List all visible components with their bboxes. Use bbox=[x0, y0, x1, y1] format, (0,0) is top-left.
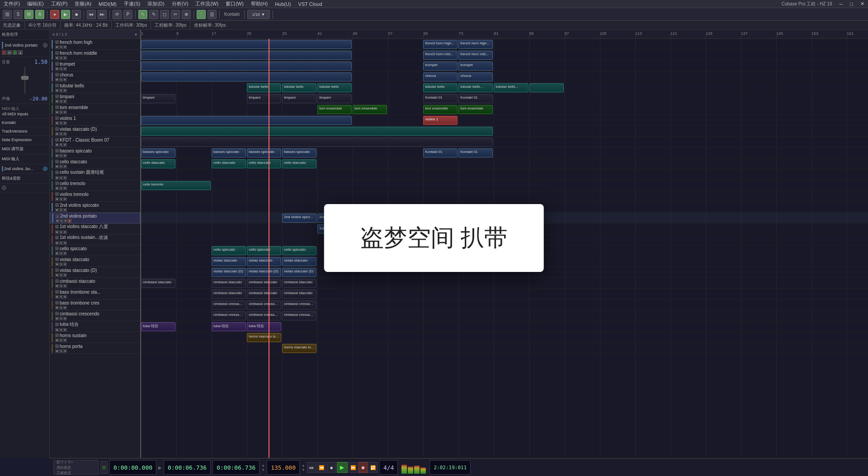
track-row[interactable]: tubular bellstubular bellstubular bellst… bbox=[141, 82, 868, 93]
clip[interactable]: french horn mid... bbox=[458, 51, 493, 60]
clip[interactable]: tubular bells bbox=[247, 83, 281, 92]
track-item[interactable]: ♪ french horn middle M S R bbox=[50, 50, 140, 61]
toolbar-btn-punch[interactable]: P bbox=[123, 10, 132, 19]
menu-item-window[interactable]: 窗口(W) bbox=[224, 0, 245, 7]
track-item[interactable]: ♪ tubular bells M S R bbox=[50, 82, 140, 93]
volume-fader-knob[interactable] bbox=[21, 76, 28, 80]
clip[interactable]: cello spiccato bbox=[212, 246, 246, 255]
track-row[interactable] bbox=[141, 126, 868, 137]
clip[interactable]: violas staccato bbox=[282, 257, 316, 266]
transport-next-btn[interactable]: ⏩ bbox=[349, 462, 358, 473]
track-solo-btn[interactable]: S bbox=[59, 284, 63, 288]
clip[interactable]: violas staccato (D) bbox=[212, 268, 246, 277]
clip[interactable] bbox=[141, 127, 493, 136]
transport-play-btn[interactable]: ▶ bbox=[337, 462, 348, 473]
toolbar-btn-rewind[interactable]: ⏮ bbox=[87, 10, 96, 19]
track-mute-btn[interactable]: M bbox=[55, 154, 59, 157]
track-record-btn[interactable]: R bbox=[63, 89, 67, 92]
track-mute-btn[interactable]: M bbox=[55, 89, 59, 92]
clip[interactable]: cimbassi cressando bbox=[247, 311, 281, 320]
clip[interactable]: cimbassi staccato bbox=[141, 279, 175, 288]
track-row[interactable]: cello tremolo bbox=[141, 180, 868, 191]
transport-rewind-btn[interactable]: ⏮ bbox=[307, 462, 316, 473]
clip[interactable]: tuba 结合 bbox=[212, 322, 246, 331]
clip[interactable]: cimbassi staccato bbox=[282, 290, 316, 299]
clip[interactable]: cello tremolo bbox=[141, 181, 211, 190]
track-mute-btn[interactable]: M bbox=[55, 208, 59, 212]
track-item[interactable]: ♪ horns porta M S R bbox=[50, 343, 140, 354]
track-mute-btn[interactable]: M bbox=[55, 56, 59, 60]
toolbar-btn-cursor[interactable]: ↖ bbox=[138, 10, 147, 19]
track-record-btn[interactable]: R bbox=[63, 121, 67, 125]
track-solo-btn[interactable]: S bbox=[59, 100, 63, 103]
track-row[interactable] bbox=[141, 191, 868, 202]
transport-time-sig[interactable]: 4/4 bbox=[379, 460, 398, 475]
track-solo-btn[interactable]: S bbox=[59, 143, 63, 147]
track-record-btn[interactable]: R bbox=[63, 306, 67, 309]
track-solo-btn[interactable]: S bbox=[59, 241, 63, 245]
clip[interactable]: cimbassi cressando bbox=[212, 300, 246, 309]
clip[interactable]: cello staccato bbox=[212, 159, 246, 168]
menu-item-midi[interactable]: MIDI(M) bbox=[97, 1, 118, 7]
track-mute-btn[interactable]: M bbox=[55, 186, 59, 190]
track-record-btn[interactable]: R bbox=[63, 273, 67, 277]
clip[interactable]: timpani bbox=[141, 94, 175, 103]
track-row[interactable]: timpanitimpanitimpanitimpaniKontakt 01Ko… bbox=[141, 93, 868, 104]
track-mute-btn[interactable]: M bbox=[55, 273, 59, 277]
toolbar-btn-loop[interactable]: ⟳ bbox=[113, 10, 122, 19]
clip[interactable]: cimbassi staccato bbox=[282, 279, 316, 288]
track-solo-btn[interactable]: S bbox=[59, 165, 63, 168]
inspector-midi-input2[interactable]: MIDI 输入 bbox=[0, 154, 49, 164]
track-row[interactable]: cimbassi cressandocimbassi cressandocimb… bbox=[141, 310, 868, 321]
track-solo-btn[interactable]: S bbox=[59, 349, 63, 353]
clip[interactable]: trumpet bbox=[423, 62, 458, 71]
clip[interactable]: Kontakt 01 bbox=[423, 148, 458, 157]
toolbar-btn-mix[interactable]: 混 bbox=[3, 10, 12, 19]
track-item[interactable]: ♪ violas staccato (D) M S R bbox=[50, 267, 140, 278]
timeline-ruler[interactable]: 1917253341495765738189971051131211291371… bbox=[141, 30, 868, 39]
track-solo-btn[interactable]: S bbox=[59, 78, 63, 81]
track-record-btn[interactable]: R bbox=[63, 132, 67, 136]
clip[interactable]: tuba 结合 bbox=[247, 322, 281, 331]
track-solo-btn[interactable]: S bbox=[59, 132, 63, 136]
minimize-btn[interactable]: ─ bbox=[838, 1, 845, 7]
clip[interactable]: violins 1 bbox=[423, 116, 458, 125]
clip[interactable]: basses spiccato bbox=[141, 148, 175, 157]
track-record-btn[interactable]: R bbox=[63, 165, 67, 168]
track-record-btn[interactable]: R bbox=[63, 45, 67, 49]
clip[interactable]: basses spiccato bbox=[282, 148, 316, 157]
clip[interactable]: tubular bells bbox=[317, 83, 352, 92]
transport-bpm-down[interactable]: ▼ bbox=[302, 468, 305, 472]
clip[interactable]: trumpet bbox=[458, 62, 493, 71]
inspector-midi-input[interactable]: MIDI 输入 All MIDI Inputs bbox=[0, 104, 49, 119]
clip[interactable]: cimbassi cressando bbox=[247, 300, 281, 309]
track-record-btn[interactable]: R bbox=[63, 186, 67, 190]
track-item[interactable]: ♪ tom ensemble M S R bbox=[50, 104, 140, 115]
transport-bpm[interactable]: 135.000 bbox=[267, 460, 300, 475]
clip[interactable]: tubular bells... bbox=[458, 83, 493, 92]
clip[interactable] bbox=[529, 83, 564, 92]
track-item[interactable]: ♪ cello spiccato M S R bbox=[50, 245, 140, 256]
clip[interactable]: chorus bbox=[423, 72, 458, 81]
clip[interactable]: cimbassi cressando bbox=[282, 311, 316, 320]
track-item[interactable]: ♪ violins 1 M S R bbox=[50, 115, 140, 126]
track-item[interactable]: ♪ french horn high M S R bbox=[50, 39, 140, 50]
clip[interactable]: chorus bbox=[458, 72, 493, 81]
toolbar-btn-stop[interactable]: ■ bbox=[72, 10, 81, 19]
track-mute-btn[interactable]: M bbox=[55, 252, 59, 255]
toolbar-btn-grid[interactable]: ||| bbox=[208, 10, 217, 19]
track-row[interactable]: cimbassi staccatocimbassi staccatocimbas… bbox=[141, 289, 868, 300]
inspector-mute-btn[interactable]: M bbox=[7, 50, 12, 55]
inspector-chord[interactable]: 和弦&音阶 bbox=[0, 174, 49, 184]
clip[interactable]: 2nd violins spiccato bbox=[282, 214, 316, 223]
clip[interactable]: cimbassi cressando bbox=[282, 300, 316, 309]
clip[interactable]: basses spiccato bbox=[212, 148, 246, 157]
track-solo-btn[interactable]: S bbox=[59, 45, 63, 49]
clip[interactable]: Kontakt 01 bbox=[458, 94, 493, 103]
track-record-btn[interactable]: R bbox=[63, 100, 67, 103]
menu-item-add[interactable]: 添加(D) bbox=[146, 0, 166, 7]
clip[interactable]: basses spiccato bbox=[247, 148, 281, 157]
track-record-btn[interactable]: R bbox=[63, 67, 67, 71]
clip[interactable] bbox=[141, 138, 493, 147]
clip[interactable]: cello spiccato bbox=[247, 246, 281, 255]
